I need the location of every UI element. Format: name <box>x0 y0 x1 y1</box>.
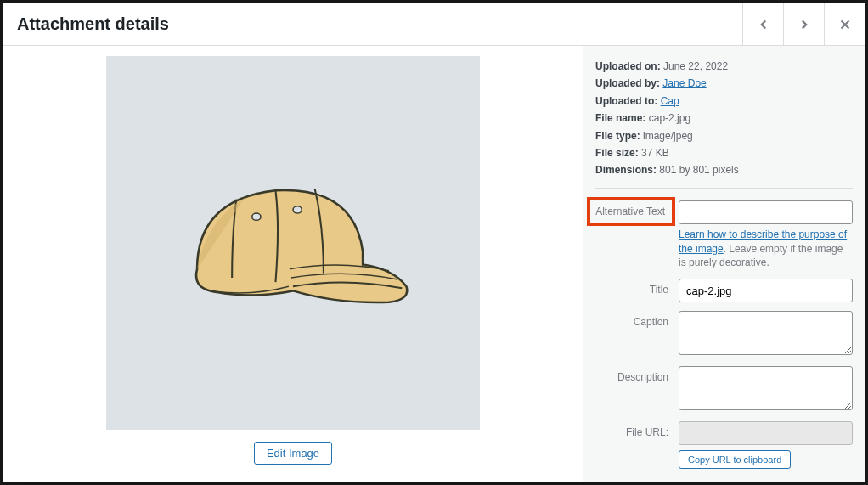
modal-header: Attachment details <box>3 3 865 46</box>
meta-list: Uploaded on: June 22, 2022 Uploaded by: … <box>595 58 853 179</box>
meta-uploaded-on: Uploaded on: June 22, 2022 <box>595 58 853 75</box>
modal-body: Edit Image Uploaded on: June 22, 2022 Up… <box>3 46 865 482</box>
alt-text-input[interactable] <box>679 200 853 224</box>
details-pane: Uploaded on: June 22, 2022 Uploaded by: … <box>583 46 865 482</box>
close-icon <box>837 17 853 32</box>
description-row: Description <box>595 366 853 413</box>
header-nav-buttons <box>742 3 865 45</box>
meta-file-name: File name: cap-2.jpg <box>595 110 853 127</box>
alt-text-row: Alternative Text Learn how to describe t… <box>595 200 853 270</box>
chevron-left-icon <box>756 17 771 32</box>
description-input[interactable] <box>679 366 853 410</box>
description-label: Description <box>595 366 679 383</box>
title-row: Title <box>595 279 853 302</box>
attachment-details-modal: Attachment details <box>3 3 865 482</box>
meta-uploaded-to: Uploaded to: Cap <box>595 93 853 110</box>
uploaded-to-link[interactable]: Cap <box>661 95 679 107</box>
copy-url-button[interactable]: Copy URL to clipboard <box>679 450 791 469</box>
modal-title: Attachment details <box>3 14 169 34</box>
meta-dimensions: Dimensions: 801 by 801 pixels <box>595 161 853 178</box>
svg-point-3 <box>293 206 302 213</box>
meta-uploaded-by: Uploaded by: Jane Doe <box>595 75 853 92</box>
close-button[interactable] <box>824 3 865 45</box>
caption-input[interactable] <box>679 311 853 355</box>
caption-label: Caption <box>595 311 679 328</box>
file-url-label: File URL: <box>595 421 679 438</box>
caption-row: Caption <box>595 311 853 358</box>
svg-point-2 <box>252 213 261 220</box>
preview-pane: Edit Image <box>3 46 583 482</box>
file-url-row: File URL: Copy URL to clipboard <box>595 421 853 469</box>
next-button[interactable] <box>783 3 824 45</box>
image-preview <box>106 56 480 430</box>
meta-file-type: File type: image/jpeg <box>595 127 853 144</box>
edit-image-button[interactable]: Edit Image <box>254 442 332 465</box>
prev-button[interactable] <box>742 3 783 45</box>
cap-illustration <box>162 147 424 339</box>
alt-text-label: Alternative Text <box>587 197 675 226</box>
alt-text-help: Learn how to describe the purpose of the… <box>679 228 853 270</box>
title-label: Title <box>595 279 679 296</box>
meta-file-size: File size: 37 KB <box>595 144 853 161</box>
title-input[interactable] <box>679 279 853 302</box>
uploaded-by-link[interactable]: Jane Doe <box>662 77 706 89</box>
chevron-right-icon <box>797 17 812 32</box>
file-url-input[interactable] <box>679 421 853 445</box>
divider <box>595 188 853 189</box>
